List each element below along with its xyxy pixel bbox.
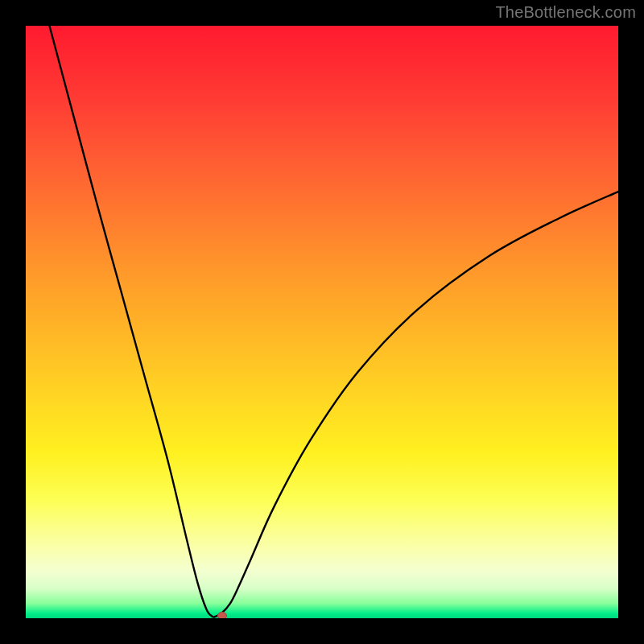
attribution-text: TheBottleneck.com [495, 3, 636, 22]
optimal-point-marker [217, 612, 227, 618]
bottleneck-curve [26, 26, 618, 618]
plot-area [26, 26, 618, 618]
